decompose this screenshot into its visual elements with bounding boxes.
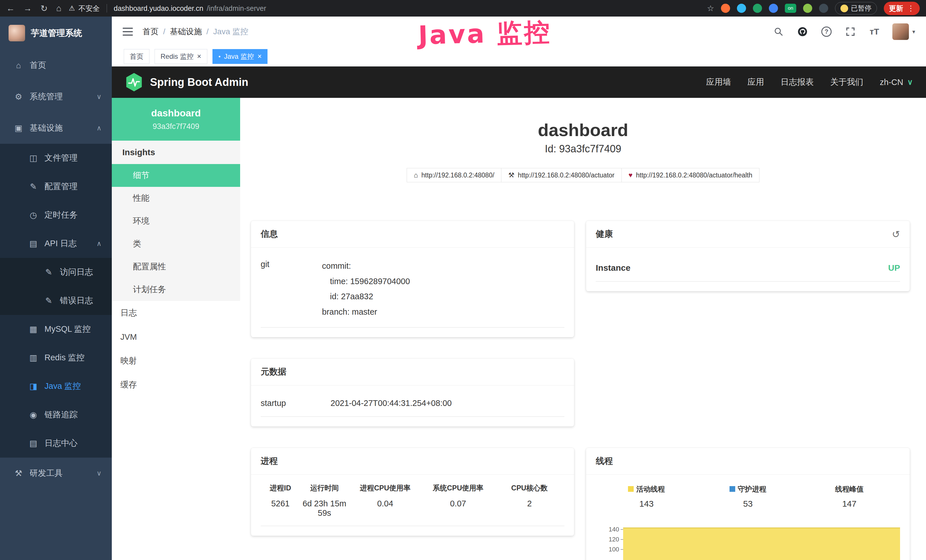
sidebar-item-home[interactable]: ⌂ 首页 (0, 50, 112, 81)
tab-home[interactable]: 首页 (124, 49, 150, 64)
sidebar-item-link-tracing[interactable]: ◉ 链路追踪 (0, 401, 112, 429)
browser-menu-kebab-icon[interactable]: ⋮ (907, 4, 915, 13)
url-path: /infra/admin-server (207, 4, 266, 12)
video-extension-icon[interactable] (753, 4, 762, 13)
sba-item-mappings[interactable]: 映射 (112, 349, 240, 373)
fox-extension-icon[interactable] (721, 4, 730, 13)
file-icon: ◫ (28, 153, 39, 163)
process-header-process-cpu: 进程CPU使用率 (349, 483, 422, 493)
close-icon[interactable]: × (197, 52, 201, 61)
github-icon[interactable] (796, 26, 808, 38)
process-value-system-cpu: 0.07 (422, 499, 495, 526)
sidebar-item-error-logs[interactable]: ✎ 错误日志 (0, 286, 112, 315)
water-extension-icon[interactable] (737, 4, 746, 13)
sba-nav-applications[interactable]: 应用 (747, 76, 764, 88)
font-size-icon[interactable]: тT (869, 26, 881, 38)
sidebar-item-system-management[interactable]: ⚙ 系统管理 ∨ (0, 81, 112, 112)
sba-brand[interactable]: Spring Boot Admin (125, 73, 248, 92)
sidebar-item-redis-monitor[interactable]: ▥ Redis 监控 (0, 344, 112, 372)
chevron-up-icon: ∧ (96, 124, 101, 132)
link-url: http://192.168.0.2:48080/actuator (518, 171, 614, 179)
sba-item-jvm[interactable]: JVM (112, 325, 240, 349)
tab-label: 首页 (130, 52, 144, 61)
tab-java-monitor[interactable]: ● Java 监控 × (212, 49, 268, 64)
breadcrumb-home[interactable]: 首页 (142, 26, 159, 37)
sidebar-item-api-logs[interactable]: ▤ API 日志 ∧ (0, 229, 112, 258)
link-health-url[interactable]: ♥ http://192.168.0.2:48080/actuator/heal… (622, 168, 760, 182)
sidebar-item-label: Java 监控 (44, 381, 81, 392)
sidebar-item-access-logs[interactable]: ✎ 访问日志 (0, 258, 112, 286)
reload-button[interactable]: ↻ (41, 3, 48, 14)
sidebar-item-java-monitor[interactable]: ◨ Java 监控 (0, 372, 112, 401)
language-selector[interactable]: zh-CN ∨ (880, 77, 913, 87)
sba-item-config-props[interactable]: 配置属性 (112, 255, 240, 278)
leaf-extension-icon[interactable] (803, 4, 812, 13)
sba-item-scheduled-tasks[interactable]: 计划任务 (112, 278, 240, 301)
sba-nav-journal[interactable]: 日志报表 (781, 76, 814, 88)
sba-item-environment[interactable]: 环境 (112, 210, 240, 233)
y-tick-label: 100 (608, 546, 619, 553)
tags-view-bar: 首页 Redis 监控 × ● Java 监控 × (112, 47, 926, 67)
monitor-icon: ▣ (13, 123, 24, 133)
process-card: 进程 进程ID 运行时间 进程CPU使用率 系统CPU使用率 CPU核心数 52… (251, 448, 574, 536)
process-card-title: 进程 (261, 455, 278, 467)
database-icon: ▦ (28, 324, 39, 334)
hamburger-icon[interactable] (123, 26, 133, 37)
sba-app-block[interactable]: dashboard 93a3fc7f7409 (112, 98, 240, 141)
metadata-value: 2021-04-27T00:44:31.254+08:00 (331, 398, 452, 408)
sidebar-item-file-management[interactable]: ◫ 文件管理 (0, 144, 112, 172)
sidebar-menu: ⌂ 首页 ⚙ 系统管理 ∨ ▣ 基础设施 ∧ ◫ 文件管理 ✎ 配置管理 (0, 50, 112, 489)
instance-title: dashboard (240, 120, 926, 140)
sidebar-item-label: API 日志 (44, 238, 77, 249)
sync-paused-pill[interactable]: 已暂停 (835, 2, 877, 15)
user-avatar[interactable]: ▾ (892, 23, 915, 40)
daemon-threads-swatch-icon (729, 486, 735, 492)
grid-extension-icon[interactable] (769, 4, 778, 13)
address-bar[interactable]: ⚠ 不安全 dashboard.yudao.iocoder.cn /infra/… (69, 4, 266, 13)
switch-on-extension-icon[interactable]: on (785, 4, 796, 13)
status-badge: UP (888, 263, 900, 273)
link-home-url[interactable]: ⌂ http://192.168.0.2:48080/ (407, 168, 501, 182)
sidebar-item-infrastructure[interactable]: ▣ 基础设施 ∧ (0, 112, 112, 144)
y-tick-label: 120 (608, 536, 619, 543)
sidebar-item-dev-tools[interactable]: ⚒ 研发工具 ∨ (0, 458, 112, 489)
sba-app-name: dashboard (151, 107, 201, 119)
tab-redis-monitor[interactable]: Redis 监控 × (154, 49, 207, 64)
history-icon[interactable]: ↺ (892, 229, 900, 240)
fullscreen-icon[interactable] (844, 26, 856, 38)
forward-button[interactable]: → (23, 3, 32, 13)
security-warning-icon[interactable]: ⚠ (69, 4, 75, 12)
sba-nav-wallboard[interactable]: 应用墙 (706, 76, 731, 88)
bookmark-star-icon[interactable]: ☆ (707, 4, 714, 13)
close-icon[interactable]: × (257, 52, 262, 61)
sidebar-item-log-center[interactable]: ▤ 日志中心 (0, 429, 112, 458)
wrench-icon: ⚒ (508, 171, 514, 179)
sba-item-performance[interactable]: 性能 (112, 187, 240, 210)
metadata-card-title: 元数据 (261, 366, 286, 378)
sidebar-item-scheduled-tasks[interactable]: ◷ 定时任务 (0, 201, 112, 229)
sba-nav-about[interactable]: 关于我们 (830, 76, 863, 88)
browser-home-button[interactable]: ⌂ (56, 3, 61, 13)
help-icon[interactable]: ? (820, 26, 832, 38)
sba-item-details[interactable]: 细节 (112, 164, 240, 187)
sidebar-item-mysql-monitor[interactable]: ▦ MySQL 监控 (0, 315, 112, 344)
sba-item-logs[interactable]: 日志 (112, 301, 240, 325)
link-actuator-url[interactable]: ⚒ http://192.168.0.2:48080/actuator (501, 168, 622, 182)
sba-item-caches[interactable]: 缓存 (112, 373, 240, 397)
sidebar-item-config-management[interactable]: ✎ 配置管理 (0, 172, 112, 201)
threads-chart: 140 120 100 (596, 525, 900, 560)
sba-item-classes[interactable]: 类 (112, 233, 240, 255)
update-browser-button[interactable]: 更新 ⋮ (884, 2, 920, 15)
process-value-uptime: 6d 23h 15m 59s (300, 499, 348, 526)
git-commit-line: commit: (322, 259, 410, 274)
search-icon[interactable] (773, 26, 785, 38)
app-header: 首页 / 基础设施 / Java 监控 Java 监控 ? (112, 17, 926, 47)
threads-card: 线程 活动线程 143 (586, 448, 910, 560)
info-row-git: git commit: time: 1596289704000 id: 27aa… (261, 256, 564, 327)
breadcrumb-infrastructure[interactable]: 基础设施 (170, 26, 202, 37)
daemon-threads-value: 53 (697, 499, 799, 509)
monitor-screen-icon: ◨ (28, 381, 39, 391)
info-label: git (261, 259, 322, 320)
back-button[interactable]: ← (6, 3, 15, 13)
paw-extension-icon[interactable] (819, 4, 828, 13)
